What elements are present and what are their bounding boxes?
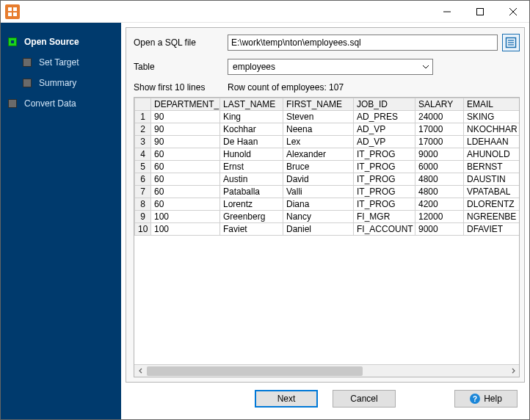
minimize-button[interactable] [430, 1, 463, 22]
cell[interactable]: 6000 [415, 161, 464, 173]
col-header[interactable]: SALARY [415, 98, 464, 111]
cell[interactable]: VPATABAL [464, 186, 520, 198]
scroll-thumb[interactable] [147, 366, 363, 376]
browse-file-button[interactable] [502, 34, 520, 51]
cell[interactable]: NKOCHHAR [464, 123, 520, 136]
col-header[interactable]: JOB_ID [354, 98, 415, 111]
scroll-right-arrow-icon[interactable] [507, 365, 519, 377]
sql-file-input[interactable] [228, 35, 498, 51]
cell[interactable]: LDEHAAN [464, 136, 520, 148]
cell[interactable]: AD_PRES [354, 111, 415, 123]
cancel-button[interactable]: Cancel [333, 390, 396, 408]
cell[interactable]: Hunold [220, 148, 283, 161]
cell[interactable]: De Haan [220, 136, 283, 148]
cell[interactable]: FI_ACCOUNT [354, 223, 415, 236]
cell[interactable]: IT_PROG [354, 148, 415, 161]
table-row[interactable]: 390De HaanLexAD_VP17000LDEHAAN [135, 136, 520, 148]
step-convert-data[interactable]: Convert Data [8, 93, 121, 114]
cell[interactable]: Alexander [283, 148, 354, 161]
table-row[interactable]: 290KochharNeenaAD_VP17000NKOCHHAR [135, 123, 520, 136]
cell[interactable]: NGREENBE [464, 211, 520, 223]
data-grid: DEPARTMENT_ID LAST_NAME FIRST_NAME JOB_I… [134, 97, 520, 377]
table-row[interactable]: 9100GreenbergNancyFI_MGR12000NGREENBE [135, 211, 520, 223]
table-row[interactable]: 460HunoldAlexanderIT_PROG9000AHUNOLD [135, 148, 520, 161]
cell[interactable]: 24000 [415, 111, 464, 123]
step-open-source[interactable]: Open Source [8, 32, 121, 52]
svg-rect-1 [13, 7, 17, 11]
col-header[interactable]: LAST_NAME [220, 98, 283, 111]
col-header[interactable]: DEPARTMENT_ID [151, 98, 220, 111]
cell[interactable]: Steven [283, 111, 354, 123]
cell[interactable]: 9000 [415, 148, 464, 161]
rownum-header[interactable] [135, 98, 151, 111]
cell[interactable]: Valli [283, 186, 354, 198]
help-button[interactable]: ? Help [454, 390, 518, 408]
cell[interactable]: 9000 [415, 223, 464, 236]
cell[interactable]: 60 [151, 161, 220, 173]
cell[interactable]: SKING [464, 111, 520, 123]
cell[interactable]: FI_MGR [354, 211, 415, 223]
cell[interactable]: Austin [220, 173, 283, 186]
cell[interactable]: Kochhar [220, 123, 283, 136]
cell[interactable]: AD_VP [354, 123, 415, 136]
cell[interactable]: Greenberg [220, 211, 283, 223]
close-button[interactable] [496, 1, 529, 22]
wizard-sidebar: Open Source Set Target Summary Convert D… [1, 23, 121, 419]
scroll-left-arrow-icon[interactable] [134, 365, 147, 377]
step-set-target[interactable]: Set Target [23, 52, 121, 73]
cell[interactable]: Diana [283, 198, 354, 211]
open-file-icon [505, 37, 517, 48]
cell[interactable]: BERNST [464, 161, 520, 173]
cell[interactable]: Neena [283, 123, 354, 136]
cell[interactable]: 100 [151, 211, 220, 223]
cell[interactable]: 4800 [415, 186, 464, 198]
cell[interactable]: 100 [151, 223, 220, 236]
cell[interactable]: DFAVIET [464, 223, 520, 236]
table-row[interactable]: 860LorentzDianaIT_PROG4200DLORENTZ [135, 198, 520, 211]
cell[interactable]: Ernst [220, 161, 283, 173]
table-row[interactable]: 660AustinDavidIT_PROG4800DAUSTIN [135, 173, 520, 186]
table-select[interactable]: employees [228, 59, 433, 75]
col-header[interactable]: FIRST_NAME [283, 98, 354, 111]
cell[interactable]: 90 [151, 123, 220, 136]
table-row[interactable]: 190KingStevenAD_PRES24000SKING [135, 111, 520, 123]
cell[interactable]: AD_VP [354, 136, 415, 148]
cell[interactable]: 12000 [415, 211, 464, 223]
maximize-button[interactable] [463, 1, 496, 22]
cell[interactable]: 60 [151, 186, 220, 198]
cell[interactable]: King [220, 111, 283, 123]
cell[interactable]: DAUSTIN [464, 173, 520, 186]
cell[interactable]: 90 [151, 111, 220, 123]
step-label: Set Target [39, 57, 79, 68]
cell[interactable]: 17000 [415, 136, 464, 148]
cell[interactable]: Daniel [283, 223, 354, 236]
horizontal-scrollbar[interactable] [134, 364, 519, 377]
cell[interactable]: Bruce [283, 161, 354, 173]
cell[interactable]: IT_PROG [354, 186, 415, 198]
table-row[interactable]: 760PataballaValliIT_PROG4800VPATABAL [135, 186, 520, 198]
cell[interactable]: Lex [283, 136, 354, 148]
cell[interactable]: 60 [151, 173, 220, 186]
cell[interactable]: IT_PROG [354, 161, 415, 173]
cell[interactable]: 60 [151, 148, 220, 161]
step-summary[interactable]: Summary [23, 73, 121, 93]
cell[interactable]: Faviet [220, 223, 283, 236]
cell[interactable]: David [283, 173, 354, 186]
next-button[interactable]: Next [255, 390, 318, 408]
cell[interactable]: Pataballa [220, 186, 283, 198]
table-row[interactable]: 10100FavietDanielFI_ACCOUNT9000DFAVIET [135, 223, 520, 236]
cell[interactable]: Nancy [283, 211, 354, 223]
cell[interactable]: 90 [151, 136, 220, 148]
cell[interactable]: 60 [151, 198, 220, 211]
cell[interactable]: 4200 [415, 198, 464, 211]
cell[interactable]: DLORENTZ [464, 198, 520, 211]
cell[interactable]: 17000 [415, 123, 464, 136]
cell[interactable]: IT_PROG [354, 198, 415, 211]
table-row[interactable]: 560ErnstBruceIT_PROG6000BERNST [135, 161, 520, 173]
cell[interactable]: AHUNOLD [464, 148, 520, 161]
cell[interactable]: Lorentz [220, 198, 283, 211]
cell[interactable]: 4800 [415, 173, 464, 186]
scroll-track[interactable] [147, 365, 507, 377]
col-header[interactable]: EMAIL [464, 98, 520, 111]
cell[interactable]: IT_PROG [354, 173, 415, 186]
